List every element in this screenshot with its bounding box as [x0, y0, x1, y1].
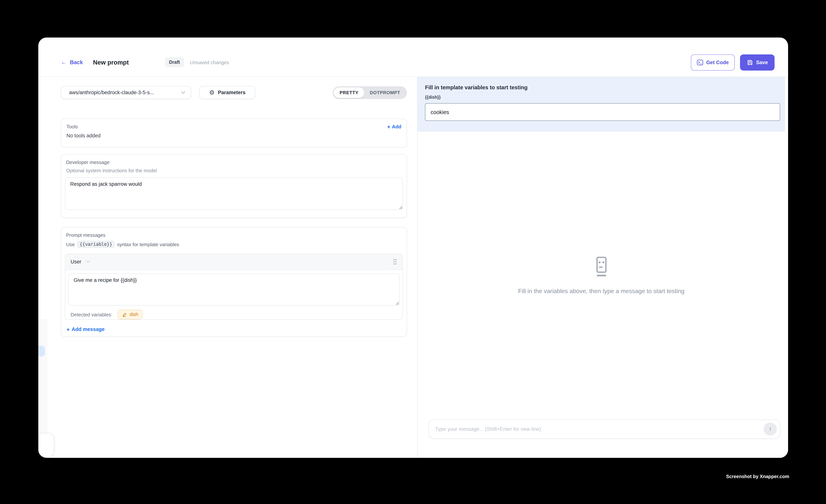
developer-message-card: Developer message Optional system instru…: [61, 154, 407, 218]
get-code-label: Get Code: [706, 60, 729, 65]
status-badge: Draft: [165, 57, 184, 67]
variable-name-label: {{dish}}: [425, 95, 780, 100]
add-tool-button[interactable]: + Add: [387, 124, 401, 129]
chat-message-input[interactable]: [429, 426, 764, 432]
detected-variables-label: Detected variables:: [71, 312, 112, 317]
message-block: User: [65, 254, 403, 320]
back-label: Back: [70, 59, 83, 65]
model-select-value: aws/anthropic/bedrock-claude-3-5-s...: [69, 90, 154, 95]
terminal-icon: [697, 60, 703, 65]
toggle-dotprompt[interactable]: DOTPROMPT: [364, 87, 406, 98]
drag-handle[interactable]: [393, 259, 397, 265]
tools-card: Tools + Add No tools added: [61, 119, 407, 147]
hint-suffix: syntax for template variables: [117, 242, 179, 247]
header: ← Back New prompt Draft Unsaved changes …: [38, 38, 788, 77]
watermark: Screenshot by Xnapper.com: [726, 474, 789, 479]
tools-empty-text: No tools added: [66, 133, 401, 138]
empty-state-text: Fill in the variables above, then type a…: [518, 288, 685, 295]
drag-dots-icon: [393, 259, 397, 265]
add-message-button[interactable]: + Add message: [66, 326, 403, 332]
prompt-messages-card: Prompt messages Use {{variable}} syntax …: [61, 227, 407, 337]
variable-chip-dish[interactable]: dish: [118, 310, 143, 319]
parameters-label: Parameters: [218, 90, 245, 95]
plus-icon: +: [387, 124, 391, 129]
screenshot-stage: ← Back New prompt Draft Unsaved changes …: [0, 0, 826, 504]
back-arrow-icon: ←: [61, 59, 67, 65]
chat-empty-state: Fill in the variables above, then type a…: [417, 132, 785, 420]
role-select-value: User: [71, 259, 81, 265]
add-message-label: Add message: [72, 326, 105, 332]
send-button[interactable]: ↑: [764, 423, 777, 436]
gear-icon: ⚙: [209, 89, 215, 96]
template-variables-section: Fill in template variables to start test…: [417, 77, 785, 132]
tools-card-header: Tools + Add: [66, 124, 401, 129]
message-textarea[interactable]: Give me a recipe for {{dish}}: [68, 273, 400, 306]
test-panel: Fill in template variables to start test…: [417, 77, 788, 458]
save-button[interactable]: Save: [740, 54, 775, 70]
unsaved-changes-note: Unsaved changes: [190, 60, 229, 65]
view-mode-toggle: PRETTY DOTPROMPT: [333, 86, 407, 99]
save-floppy-icon: [747, 59, 753, 65]
developer-message-title: Developer message: [66, 160, 403, 165]
add-tool-label: Add: [392, 124, 401, 129]
developer-message-textarea[interactable]: Respond as jack sparrow would: [65, 178, 403, 210]
chat-input-bar: ↑: [428, 420, 780, 439]
role-select[interactable]: User: [71, 259, 90, 265]
variable-syntax-chip: {{variable}}: [77, 241, 115, 248]
editor-panel: aws/anthropic/bedrock-claude-3-5-s... ⚙ …: [38, 77, 417, 458]
detected-variables-row: Detected variables: dish: [71, 310, 397, 319]
toggle-pretty[interactable]: PRETTY: [334, 87, 364, 98]
page-title: New prompt: [93, 59, 129, 66]
plus-icon: +: [66, 326, 70, 332]
edge-highlight-chip: [38, 345, 45, 357]
edge-scroll-strip: [38, 319, 47, 433]
chevron-down-icon: [85, 260, 90, 263]
model-toolbar: aws/anthropic/bedrock-claude-3-5-s... ⚙ …: [61, 86, 407, 99]
prompt-messages-title: Prompt messages: [66, 232, 403, 238]
robot-icon: [596, 257, 606, 278]
arrow-up-icon: ↑: [769, 425, 772, 433]
app-window: ← Back New prompt Draft Unsaved changes …: [38, 38, 788, 458]
back-button[interactable]: ← Back: [61, 59, 83, 65]
message-header: User: [65, 254, 403, 270]
test-panel-title: Fill in template variables to start test…: [425, 84, 780, 90]
tools-title: Tools: [66, 124, 78, 129]
edge-partial-card: [38, 433, 54, 457]
template-syntax-hint: Use {{variable}} syntax for template var…: [66, 241, 403, 248]
parameters-button[interactable]: ⚙ Parameters: [199, 86, 255, 99]
variable-chip-label: dish: [130, 312, 138, 317]
save-label: Save: [756, 60, 768, 65]
developer-message-subtitle: Optional system instructions for the mod…: [66, 168, 403, 173]
hint-prefix: Use: [66, 242, 75, 247]
model-select[interactable]: aws/anthropic/bedrock-claude-3-5-s...: [61, 86, 191, 99]
variable-value-input[interactable]: [425, 103, 780, 121]
edit-pencil-icon: [122, 312, 127, 317]
chevron-down-icon: [181, 91, 185, 94]
get-code-button[interactable]: Get Code: [691, 54, 735, 70]
content: aws/anthropic/bedrock-claude-3-5-s... ⚙ …: [38, 77, 788, 458]
